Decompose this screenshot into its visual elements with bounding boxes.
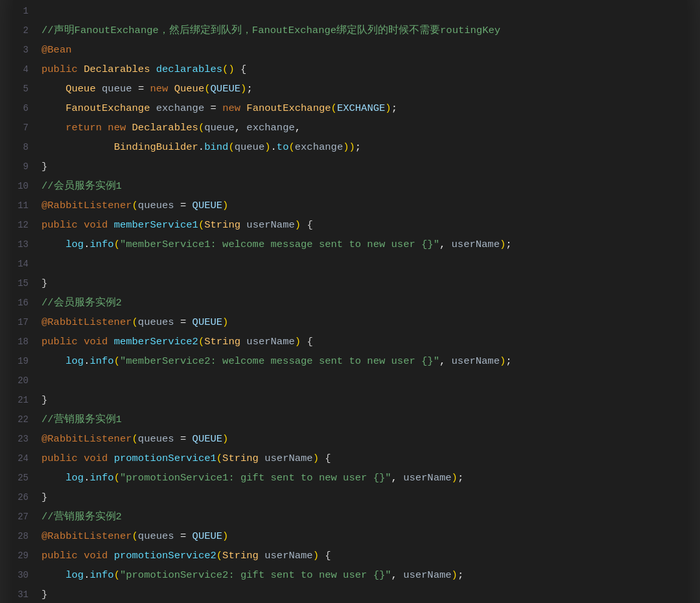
code-line: 9 } [13, 157, 687, 176]
code-line: 6 FanoutExchange exchange = new FanoutEx… [13, 99, 687, 118]
code-line: 28 @RabbitListener(queues = QUEUE) [13, 526, 687, 546]
code-line: 11 @RabbitListener(queues = QUEUE) [13, 196, 687, 215]
code-line: 2 //声明FanoutExchange，然后绑定到队列，FanoutExcha… [13, 21, 687, 40]
code-line: 16 //会员服务实例2 [13, 293, 687, 313]
code-line: 30 log.info("promotionService2: gift sen… [13, 565, 687, 585]
code-line: 13 log.info("memberService1: welcome mes… [13, 235, 687, 254]
code-line: 19 log.info("memberService2: welcome mes… [13, 351, 687, 371]
code-editor: 1 2 //声明FanoutExchange，然后绑定到队列，FanoutExc… [13, 0, 687, 603]
code-line: 31 } [13, 585, 687, 603]
code-line: 15 } [13, 274, 687, 293]
code-line: 24 public void promotionService1(String … [13, 449, 687, 468]
code-window: 1 2 //声明FanoutExchange，然后绑定到队列，FanoutExc… [13, 0, 687, 603]
code-line: 20 [13, 371, 687, 390]
code-line: 23 @RabbitListener(queues = QUEUE) [13, 429, 687, 449]
code-line: 29 public void promotionService2(String … [13, 546, 687, 565]
code-line: 1 [13, 1, 687, 21]
code-line: 21 } [13, 390, 687, 410]
code-line: 18 public void memberService2(String use… [13, 332, 687, 351]
code-line: 22 //营销服务实例1 [13, 410, 687, 429]
code-line: 26 } [13, 488, 687, 507]
code-line: 3 @Bean [13, 40, 687, 60]
code-line: 27 //营销服务实例2 [13, 507, 687, 526]
code-line: 14 [13, 254, 687, 274]
code-line: 17 @RabbitListener(queues = QUEUE) [13, 313, 687, 332]
code-line: 12 public void memberService1(String use… [13, 215, 687, 235]
code-line: 25 log.info("promotionService1: gift sen… [13, 468, 687, 488]
code-line: 4 public Declarables declarables() { [13, 60, 687, 79]
code-line: 5 Queue queue = new Queue(QUEUE); [13, 79, 687, 99]
code-line: 8 BindingBuilder.bind(queue).to(exchange… [13, 137, 687, 157]
code-line: 10 //会员服务实例1 [13, 176, 687, 196]
code-line: 7 return new Declarables(queue, exchange… [13, 118, 687, 137]
